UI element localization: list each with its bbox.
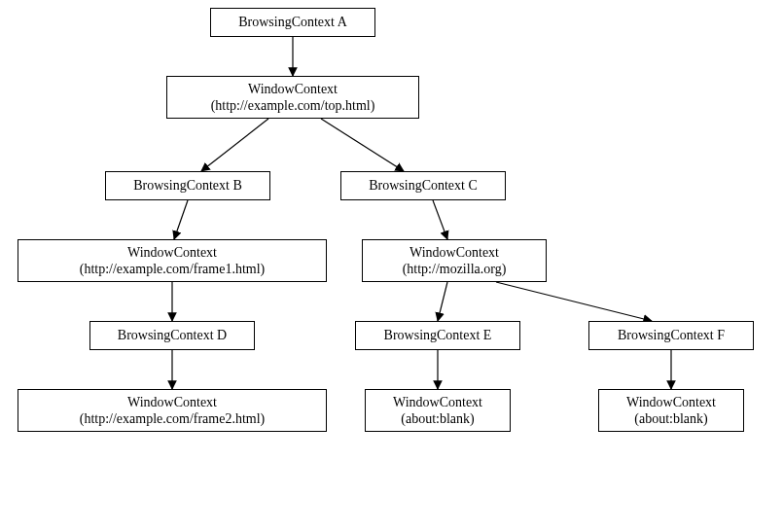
node-browsingcontext-d: BrowsingContext D [89,321,255,350]
node-windowcontext-top: WindowContext (http://example.com/top.ht… [166,76,419,119]
node-windowcontext-blank-f: WindowContext (about:blank) [598,389,744,432]
node-windowcontext-mozilla: WindowContext (http://mozilla.org) [362,239,547,282]
edge-wcC-bcE [438,282,447,321]
node-windowcontext-frame1: WindowContext (http://example.com/frame1… [18,239,327,282]
edge-wcC-bcF [496,282,652,321]
edge-bcC-wcC [433,200,447,239]
edge-wcA-bcB [201,119,268,171]
node-browsingcontext-b: BrowsingContext B [105,171,270,200]
node-browsingcontext-c: BrowsingContext C [340,171,506,200]
edge-wcA-bcC [321,119,404,171]
node-browsingcontext-f: BrowsingContext F [588,321,754,350]
node-browsingcontext-a: BrowsingContext A [210,8,375,37]
node-windowcontext-frame2: WindowContext (http://example.com/frame2… [18,389,327,432]
edge-bcB-wcB [174,200,188,239]
node-windowcontext-blank-e: WindowContext (about:blank) [365,389,511,432]
node-browsingcontext-e: BrowsingContext E [355,321,520,350]
diagram-canvas: BrowsingContext A WindowContext (http://… [0,0,783,532]
